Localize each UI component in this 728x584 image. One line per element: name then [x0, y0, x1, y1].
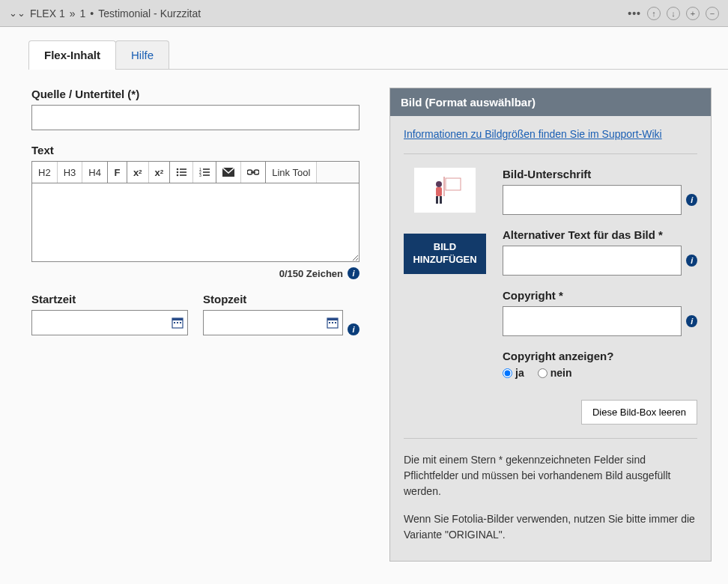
- superscript-button[interactable]: x2: [127, 162, 149, 183]
- text-textarea[interactable]: [31, 183, 360, 262]
- move-down-icon[interactable]: ↓: [667, 7, 680, 20]
- svg-rect-31: [440, 196, 442, 204]
- breadcrumb-title: Testimonial - Kurzzitat: [98, 7, 201, 19]
- svg-rect-5: [180, 174, 186, 176]
- caption-input[interactable]: [503, 185, 682, 215]
- svg-rect-19: [177, 322, 178, 323]
- text-label: Text: [31, 144, 360, 156]
- svg-rect-23: [329, 322, 330, 323]
- left-column: Quelle / Untertitel (*) Text H2 H3 H4 F …: [31, 88, 360, 562]
- stoptime-input[interactable]: [203, 310, 343, 335]
- breadcrumb-index: 1: [80, 7, 86, 19]
- right-column: Bild (Format auswählbar) Informationen z…: [389, 88, 712, 562]
- placeholder-person-icon: [426, 174, 464, 207]
- breadcrumb-separator: »: [70, 7, 76, 19]
- svg-rect-26: [446, 178, 461, 190]
- bullet-list-icon: [176, 167, 186, 177]
- show-copyright-label: Copyright anzeigen?: [503, 350, 697, 362]
- move-up-icon[interactable]: ↑: [647, 7, 661, 20]
- svg-rect-22: [327, 318, 338, 320]
- more-icon[interactable]: •••: [628, 7, 641, 19]
- breadcrumb-dot: •: [90, 7, 94, 19]
- copyright-label: Copyright *: [503, 289, 697, 302]
- top-bar: ⌄⌄ FLEX 1 » 1 • Testimonial - Kurzzitat …: [0, 0, 728, 27]
- topbar-actions: ••• ↑ ↓ + −: [628, 7, 719, 20]
- h2-button[interactable]: H2: [32, 162, 58, 183]
- caption-label: Bild-Unterschrift: [503, 168, 697, 180]
- mandatory-fields-note: Die mit einem Stern * gekennzeichneten F…: [404, 452, 697, 499]
- svg-rect-18: [174, 322, 175, 323]
- info-icon[interactable]: i: [686, 315, 697, 327]
- svg-rect-25: [335, 322, 336, 323]
- svg-rect-11: [203, 174, 210, 176]
- divider: [404, 438, 697, 439]
- tab-help[interactable]: Hilfe: [115, 40, 169, 69]
- subscript-button[interactable]: x2: [149, 162, 171, 183]
- alt-text-label: Alternativer Text für das Bild *: [503, 228, 697, 241]
- svg-rect-20: [180, 322, 181, 323]
- svg-rect-24: [332, 322, 333, 323]
- divider: [404, 153, 697, 154]
- envelope-icon: [222, 168, 234, 177]
- svg-point-2: [177, 171, 179, 174]
- breadcrumb-root[interactable]: FLEX 1: [30, 7, 65, 19]
- starttime-label: Startzeit: [31, 293, 188, 305]
- info-icon[interactable]: i: [686, 194, 697, 206]
- breadcrumb: ⌄⌄ FLEX 1 » 1 • Testimonial - Kurzzitat: [9, 7, 201, 19]
- radio-yes-label[interactable]: ja: [503, 367, 524, 379]
- ordered-list-icon: 123: [199, 167, 210, 177]
- source-label: Quelle / Untertitel (*): [31, 88, 360, 100]
- char-counter: 0/150 Zeichen: [279, 268, 343, 279]
- link-button[interactable]: [241, 162, 266, 183]
- image-thumbnail: [414, 168, 476, 213]
- h4-button[interactable]: H4: [82, 162, 108, 183]
- starttime-input[interactable]: [31, 310, 188, 335]
- source-input[interactable]: [31, 105, 360, 130]
- copyright-input[interactable]: [503, 306, 682, 336]
- info-icon[interactable]: i: [686, 255, 697, 267]
- calendar-icon[interactable]: [327, 317, 339, 329]
- svg-rect-3: [180, 171, 186, 173]
- svg-rect-7: [203, 168, 210, 170]
- radio-no-label[interactable]: nein: [538, 367, 572, 379]
- add-icon[interactable]: +: [686, 7, 700, 20]
- image-card: Bild (Format auswählbar) Informationen z…: [389, 88, 712, 562]
- stoptime-label: Stopzeit: [203, 293, 360, 305]
- calendar-icon[interactable]: [172, 317, 183, 329]
- fotolia-note: Wenn Sie Fotolia-Bilder verwenden, nutze…: [404, 511, 697, 543]
- svg-point-0: [177, 168, 179, 171]
- svg-rect-1: [180, 168, 186, 170]
- alt-text-input[interactable]: [503, 246, 682, 276]
- svg-point-28: [436, 181, 442, 187]
- svg-rect-17: [172, 318, 183, 320]
- add-image-button[interactable]: BILDHINZUFÜGEN: [404, 234, 486, 274]
- radio-no[interactable]: [538, 368, 547, 378]
- svg-rect-15: [251, 171, 255, 173]
- clear-image-box-button[interactable]: Diese Bild-Box leeren: [581, 400, 697, 425]
- image-card-header: Bild (Format auswählbar): [390, 88, 711, 116]
- link-tool-button[interactable]: Link Tool: [266, 162, 317, 183]
- radio-yes[interactable]: [503, 368, 512, 378]
- tab-flex-content[interactable]: Flex-Inhalt: [28, 40, 116, 69]
- rich-text-toolbar: H2 H3 H4 F x2 x2 123 Link Tool: [31, 161, 360, 183]
- remove-icon[interactable]: −: [706, 7, 719, 20]
- link-icon: [247, 168, 259, 176]
- ordered-list-button[interactable]: 123: [193, 162, 216, 183]
- info-icon[interactable]: i: [348, 267, 360, 279]
- svg-rect-30: [436, 196, 438, 204]
- bold-button[interactable]: F: [108, 162, 127, 183]
- svg-rect-9: [203, 171, 210, 173]
- mail-button[interactable]: [216, 162, 241, 183]
- svg-rect-29: [436, 187, 442, 196]
- info-icon[interactable]: i: [348, 323, 360, 335]
- tab-bar: Flex-Inhalt Hilfe: [28, 40, 728, 70]
- svg-text:3: 3: [199, 173, 201, 177]
- collapse-icon[interactable]: ⌄⌄: [9, 7, 25, 19]
- svg-point-4: [177, 174, 179, 177]
- bullet-list-button[interactable]: [170, 162, 193, 183]
- h3-button[interactable]: H3: [58, 162, 83, 183]
- image-size-info-link[interactable]: Informationen zu Bildgrößen finden Sie i…: [404, 128, 662, 140]
